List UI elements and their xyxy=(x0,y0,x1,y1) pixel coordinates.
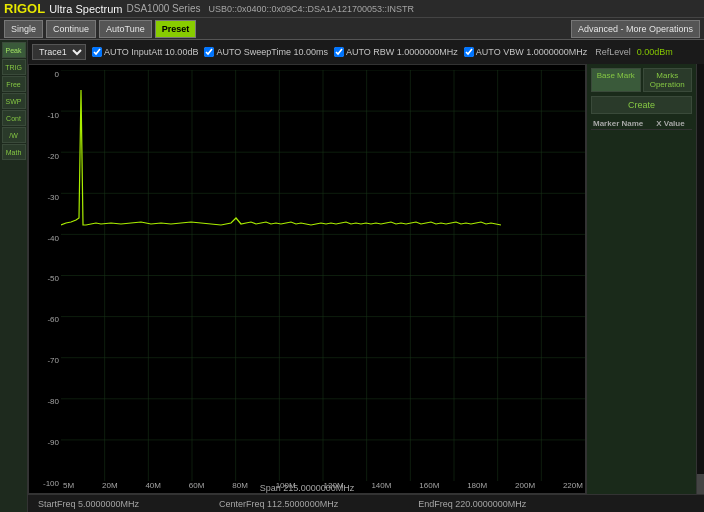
continue-button[interactable]: Continue xyxy=(46,20,96,38)
create-button[interactable]: Create xyxy=(591,96,692,114)
spectrum-display: 0 -10 -20 -30 -40 -50 -60 -70 -80 -90 -1… xyxy=(28,64,704,494)
ref-level-value: 0.00dBm xyxy=(637,47,673,57)
marker-name-col: Marker Name xyxy=(591,118,654,130)
marker-table: Marker Name X Value xyxy=(591,118,692,130)
auto-rbw-label: AUTO RBW 1.0000000MHz xyxy=(346,47,458,57)
scrollbar-thumb[interactable] xyxy=(697,474,704,494)
base-mark-tab[interactable]: Base Mark xyxy=(591,68,641,92)
right-tab-row: Base Mark Marks Operation xyxy=(591,68,692,92)
trace-select[interactable]: Trace1 Trace2 Trace3 xyxy=(32,44,86,60)
auto-input-att-checkbox[interactable] xyxy=(92,47,102,57)
advanced-more-button[interactable]: Advanced - More Operations xyxy=(571,20,700,38)
scrollbar-right[interactable] xyxy=(696,64,704,494)
auto-sweep-checkbox[interactable] xyxy=(204,47,214,57)
top-bar: RIGOL Ultra Spectrum DSA1000 Series USB0… xyxy=(0,0,704,18)
main-layout: Peak TRIG Free SWP Cont /W Math Trace1 T… xyxy=(0,40,704,512)
free-label: Free xyxy=(2,76,26,92)
spectrum-canvas-area: 0 -10 -20 -30 -40 -50 -60 -70 -80 -90 -1… xyxy=(28,64,586,494)
autotune-button[interactable]: AutoTune xyxy=(99,20,152,38)
rigol-logo: RIGOL xyxy=(4,1,45,16)
auto-vbw-group: AUTO VBW 1.0000000MHz xyxy=(464,47,587,57)
trace-row: Trace1 Trace2 Trace3 AUTO InputAtt 10.00… xyxy=(28,40,704,64)
auto-input-att-group: AUTO InputAtt 10.00dB xyxy=(92,47,198,57)
right-panel: Base Mark Marks Operation Create Marker … xyxy=(586,64,696,494)
start-freq: StartFreq 5.0000000MHz xyxy=(38,499,139,509)
math-label: Math xyxy=(2,144,26,160)
auto-input-att-label: AUTO InputAtt 10.00dB xyxy=(104,47,198,57)
x-value-col: X Value xyxy=(654,118,692,130)
center-area: Trace1 Trace2 Trace3 AUTO InputAtt 10.00… xyxy=(28,40,704,512)
button-row: Single Continue AutoTune Preset Advanced… xyxy=(0,18,704,40)
auto-vbw-label: AUTO VBW 1.0000000MHz xyxy=(476,47,587,57)
single-button[interactable]: Single xyxy=(4,20,43,38)
usb-info: USB0::0x0400::0x09C4::DSA1A121700053::IN… xyxy=(208,4,700,14)
auto-sweep-time-group: AUTO SweepTime 10.00ms xyxy=(204,47,328,57)
marks-operation-tab[interactable]: Marks Operation xyxy=(643,68,693,92)
ultra-spectrum: Ultra Spectrum xyxy=(49,3,122,15)
auto-rbw-checkbox[interactable] xyxy=(334,47,344,57)
grid-overlay xyxy=(61,70,585,481)
dsa-series: DSA1000 Series xyxy=(127,3,201,14)
peak-button[interactable]: Peak xyxy=(2,42,26,58)
auto-sweep-label: AUTO SweepTime 10.00ms xyxy=(216,47,328,57)
auto-vbw-checkbox[interactable] xyxy=(464,47,474,57)
span-label: Span 215.0000000MHz xyxy=(260,483,355,493)
cw-button[interactable]: /W xyxy=(2,127,26,143)
left-controls: Peak TRIG Free SWP Cont /W Math xyxy=(0,40,28,512)
ref-level-label: RefLevel xyxy=(595,47,631,57)
center-freq: CenterFreq 112.5000000MHz xyxy=(219,499,338,509)
auto-rbw-group: AUTO RBW 1.0000000MHz xyxy=(334,47,458,57)
preset-button[interactable]: Preset xyxy=(155,20,197,38)
trig-label: TRIG xyxy=(2,59,26,75)
y-axis-labels: 0 -10 -20 -30 -40 -50 -60 -70 -80 -90 -1… xyxy=(29,65,61,493)
swp-button[interactable]: SWP xyxy=(2,93,26,109)
freq-row: StartFreq 5.0000000MHz CenterFreq 112.50… xyxy=(28,494,704,512)
end-freq: EndFreq 220.0000000MHz xyxy=(418,499,526,509)
cont-label: Cont xyxy=(2,110,26,126)
